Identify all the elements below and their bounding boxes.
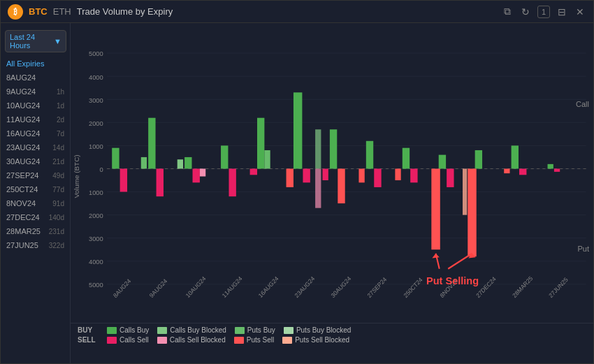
svg-rect-25 (112, 148, 119, 169)
refresh-button[interactable]: ↻ (519, 6, 532, 18)
sidebar-item-30aug24[interactable]: 30AUG24 21d (1, 154, 70, 168)
svg-rect-28 (157, 168, 164, 196)
sidebar-item-label: 27JUN25 (6, 241, 38, 249)
svg-rect-51 (410, 168, 417, 182)
svg-rect-52 (395, 168, 400, 180)
sidebar-item-days: 21d (52, 158, 64, 166)
svg-text:5000: 5000 (89, 281, 103, 289)
svg-rect-35 (229, 168, 236, 196)
legend-item-calls-sell: Calls Sell (107, 336, 149, 344)
svg-rect-39 (294, 92, 302, 168)
sidebar-list: All Expiries 8AUG24 9AUG24 1h 10AUG24 1d… (1, 57, 70, 252)
svg-rect-41 (287, 168, 294, 187)
svg-rect-26 (120, 168, 127, 191)
puts-buy-blocked-label: Puts Buy Blocked (296, 326, 351, 334)
title-bar: ₿ BTC ETH Trade Volume by Expiry ⧉ ↻ 1 ⊟… (1, 1, 593, 23)
chart-container: Call Put Volume (BTC) (71, 23, 593, 323)
sidebar-item-label: 27DEC24 (6, 213, 40, 221)
sidebar-item-label: 27SEP24 (6, 171, 38, 180)
puts-sell-blocked-label: Puts Sell Blocked (295, 336, 349, 344)
sidebar-item-10aug24[interactable]: 10AUG24 1d (1, 99, 70, 112)
sidebar-item-27dec24[interactable]: 27DEC24 140d (1, 210, 70, 224)
sidebar-item-all-expiries[interactable]: All Expiries (1, 57, 70, 71)
svg-rect-61 (504, 168, 509, 173)
svg-rect-53 (439, 155, 446, 169)
calls-buy-blocked-swatch (157, 327, 167, 334)
svg-text:4000: 4000 (89, 73, 103, 80)
puts-buy-swatch (235, 327, 245, 334)
svg-rect-44 (322, 168, 328, 180)
calls-sell-swatch (107, 337, 117, 344)
svg-rect-40 (303, 168, 310, 182)
svg-rect-43 (338, 168, 345, 203)
svg-rect-46 (315, 168, 321, 208)
calls-sell-label: Calls Sell (119, 336, 149, 344)
svg-rect-42 (330, 129, 337, 168)
calls-buy-blocked-label: Calls Buy Blocked (170, 326, 226, 334)
svg-rect-55 (431, 168, 440, 249)
svg-rect-58 (463, 168, 467, 214)
sidebar-item-days: 322d (49, 242, 64, 249)
sidebar-item-label: 10AUG24 (6, 101, 40, 110)
sidebar-item-days: 91d (52, 200, 64, 208)
legend-item-calls-buy: Calls Buy (107, 326, 149, 334)
sidebar-item-28mar25[interactable]: 28MAR25 231d (1, 224, 70, 238)
sidebar-item-label: 16AUG24 (6, 129, 40, 138)
sidebar-item-16aug24[interactable]: 16AUG24 7d (1, 126, 70, 140)
tab-eth[interactable]: ETH (53, 6, 71, 17)
sidebar-item-label: 250CT24 (6, 185, 38, 194)
btc-badge: ₿ (8, 4, 23, 20)
number-button[interactable]: 1 (537, 6, 550, 18)
sidebar-item-days: 231d (49, 228, 64, 235)
chart-svg: Volume (BTC) (71, 30, 593, 323)
sidebar-item-8aug24[interactable]: 8AUG24 (1, 71, 70, 85)
title-left: ₿ BTC ETH Trade Volume by Expiry (8, 4, 173, 20)
svg-rect-49 (358, 168, 364, 182)
svg-rect-60 (519, 168, 526, 175)
sidebar-item-9aug24[interactable]: 9AUG24 1h (1, 85, 70, 99)
calls-sell-blocked-label: Calls Sell Blocked (170, 336, 226, 344)
sidebar-item-27sep24[interactable]: 27SEP24 49d (1, 168, 70, 182)
svg-rect-48 (374, 168, 381, 187)
calls-buy-label: Calls Buy (119, 326, 149, 334)
sidebar-item-250ct24[interactable]: 250CT24 77d (1, 182, 70, 196)
svg-rect-30 (184, 157, 191, 169)
close-button[interactable]: ✕ (574, 6, 586, 18)
sidebar-item-days: 1d (57, 102, 64, 110)
svg-text:Put Selling: Put Selling (426, 274, 479, 286)
svg-rect-57 (468, 168, 476, 256)
puts-buy-blocked-swatch (284, 327, 294, 334)
sidebar-item-days: 1h (57, 88, 64, 96)
date-filter: Last 24 Hours ▼ (5, 30, 66, 52)
legend-item-puts-buy: Puts Buy (235, 326, 275, 334)
legend-item-puts-sell-blocked: Puts Sell Blocked (282, 336, 349, 344)
puts-sell-blocked-swatch (282, 337, 292, 344)
tab-btc[interactable]: BTC (29, 6, 48, 17)
svg-text:2000: 2000 (89, 212, 103, 219)
legend-item-calls-sell-blocked: Calls Sell Blocked (157, 336, 226, 344)
external-link-button[interactable]: ⧉ (501, 6, 514, 18)
main-window: ₿ BTC ETH Trade Volume by Expiry ⧉ ↻ 1 ⊟… (0, 0, 594, 364)
svg-rect-59 (512, 145, 519, 168)
sidebar-item-27jun25[interactable]: 27JUN25 322d (1, 238, 70, 252)
dropdown-arrow-icon: ▼ (54, 37, 61, 45)
puts-sell-swatch (234, 337, 244, 344)
svg-rect-36 (257, 118, 264, 169)
legend-item-calls-buy-blocked: Calls Buy Blocked (157, 326, 226, 334)
minimize-button[interactable]: ⊟ (556, 6, 568, 18)
sidebar-item-23aug24[interactable]: 23AUG24 14d (1, 140, 70, 154)
svg-rect-33 (200, 168, 205, 176)
sidebar-item-11aug24[interactable]: 11AUG24 2d (1, 112, 70, 126)
put-label: Put (577, 245, 589, 253)
svg-text:0: 0 (100, 166, 103, 173)
svg-text:4000: 4000 (89, 258, 103, 265)
svg-text:1000: 1000 (89, 143, 103, 150)
legend-row-buy: BUY Calls Buy Calls Buy Blocked Puts Buy (78, 326, 586, 334)
sidebar-item-days: 14d (52, 144, 64, 152)
sidebar-item-8nov24[interactable]: 8NOV24 91d (1, 196, 70, 210)
legend-item-puts-sell: Puts Sell (234, 336, 274, 344)
svg-rect-47 (366, 141, 373, 169)
sidebar-item-label: 8AUG24 (6, 73, 36, 82)
legend-area: BUY Calls Buy Calls Buy Blocked Puts Buy (71, 323, 593, 363)
date-dropdown[interactable]: Last 24 Hours ▼ (5, 30, 66, 52)
